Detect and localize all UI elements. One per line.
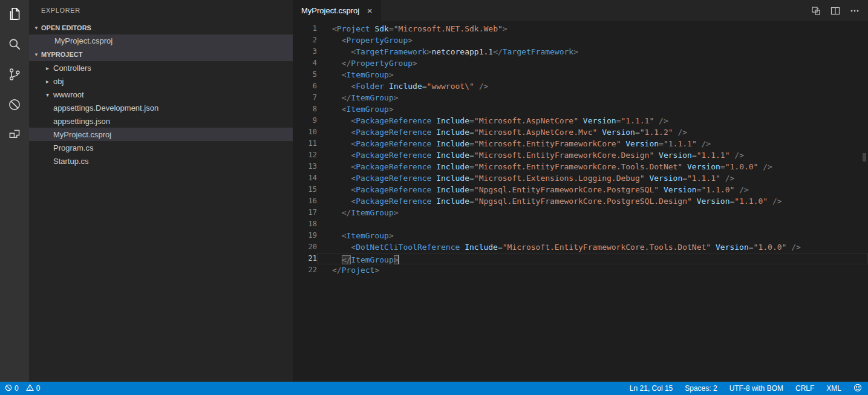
code-line-21[interactable]: 21 </ItemGroup> [293,253,868,264]
line-content: <PackageReference Include="Microsoft.Ent… [317,161,868,172]
code-line-4[interactable]: 4 </PropertyGroup> [293,57,868,69]
code-editor[interactable]: 1<Project Sdk="Microsoft.NET.Sdk.Web">2 … [293,21,868,382]
chevron-down-icon: ▼ [34,25,41,31]
indentation-setting[interactable]: Spaces: 2 [685,384,717,393]
line-content: <ItemGroup> [317,230,868,241]
code-line-1[interactable]: 1<Project Sdk="Microsoft.NET.Sdk.Web"> [293,23,868,34]
line-content [317,218,868,230]
tab-label: MyProject.csproj [301,6,359,15]
activity-bar-extensions[interactable] [0,121,29,151]
tree-item-wwwroot[interactable]: ▾wwwroot [29,88,293,101]
line-content: <PackageReference Include="Microsoft.Asp… [317,115,868,126]
line-number[interactable]: 7 [293,92,317,103]
line-number[interactable]: 3 [293,46,317,57]
line-content: </ItemGroup> [317,253,868,264]
line-number[interactable]: 5 [293,69,317,80]
eol-setting[interactable]: CRLF [795,384,814,393]
tree-item-label: Controllers [53,64,91,73]
tab-myproject-csproj[interactable]: MyProject.csproj × [293,0,381,21]
line-number[interactable]: 12 [293,149,317,161]
tree-item-label: obj [53,77,64,86]
extensions-icon [7,127,22,145]
line-content: <Project Sdk="Microsoft.NET.Sdk.Web"> [317,23,868,34]
activity-bar-explorer[interactable] [0,0,29,30]
code-line-5[interactable]: 5 <ItemGroup> [293,69,868,80]
tree-item-obj[interactable]: ▸obj [29,74,293,88]
line-number[interactable]: 20 [293,241,317,253]
code-line-6[interactable]: 6 <Folder Include="wwwroot\" /> [293,80,868,92]
line-number[interactable]: 4 [293,57,317,69]
code-line-13[interactable]: 13 <PackageReference Include="Microsoft.… [293,161,868,172]
line-number[interactable]: 16 [293,195,317,207]
encoding-setting[interactable]: UTF-8 with BOM [729,384,783,393]
line-number[interactable]: 15 [293,184,317,195]
code-line-22[interactable]: 22</Project> [293,264,868,276]
code-line-9[interactable]: 9 <PackageReference Include="Microsoft.A… [293,115,868,126]
line-number[interactable]: 2 [293,34,317,46]
line-number[interactable]: 18 [293,218,317,230]
code-line-16[interactable]: 16 <PackageReference Include="Npgsql.Ent… [293,195,868,207]
line-content: <ItemGroup> [317,69,868,80]
project-section-header[interactable]: ▼ MYPROJECT [29,48,293,61]
open-editor-myproject-csproj[interactable]: MyProject.csproj [29,34,293,48]
more-actions-icon[interactable] [850,6,860,16]
code-line-2[interactable]: 2 <PropertyGroup> [293,34,868,46]
code-line-3[interactable]: 3 <TargetFramework>netcoreapp1.1</Target… [293,46,868,57]
line-content: <DotNetCliToolReference Include="Microso… [317,241,868,253]
line-content: <PackageReference Include="Npgsql.Entity… [317,184,868,195]
line-content: <PackageReference Include="Microsoft.Ent… [317,149,868,161]
code-line-18[interactable]: 18 [293,218,868,230]
tree-item-appsettings-development-json[interactable]: appsettings.Development.json [29,101,293,114]
files-icon [7,6,22,24]
text-cursor [399,255,400,264]
tree-item-label: Program.cs [53,143,93,152]
error-count[interactable]: 0 [5,384,19,393]
line-number[interactable]: 1 [293,23,317,34]
tree-item-myproject-csproj[interactable]: MyProject.csproj [29,128,293,141]
code-line-7[interactable]: 7 </ItemGroup> [293,92,868,103]
code-line-12[interactable]: 12 <PackageReference Include="Microsoft.… [293,149,868,161]
line-number[interactable]: 22 [293,264,317,276]
tree-item-appsettings-json[interactable]: appsettings.json [29,114,293,128]
search-icon [7,36,22,54]
line-content: <PackageReference Include="Microsoft.Asp… [317,126,868,138]
code-line-14[interactable]: 14 <PackageReference Include="Microsoft.… [293,172,868,184]
code-line-17[interactable]: 17 </ItemGroup> [293,207,868,218]
close-icon[interactable]: × [364,5,375,16]
line-content: </ItemGroup> [317,207,868,218]
open-editors-label: OPEN EDITORS [41,24,91,31]
tree-item-startup-cs[interactable]: Startup.cs [29,154,293,168]
activity-bar-debug[interactable] [0,91,29,121]
line-number[interactable]: 13 [293,161,317,172]
code-line-8[interactable]: 8 <ItemGroup> [293,103,868,115]
language-mode[interactable]: XML [826,384,841,393]
open-changes-icon[interactable] [811,6,821,16]
open-editors-header[interactable]: ▼ OPEN EDITORS [29,21,293,34]
tree-item-program-cs[interactable]: Program.cs [29,141,293,154]
line-number[interactable]: 17 [293,207,317,218]
line-number[interactable]: 9 [293,115,317,126]
tree-item-label: appsettings.Development.json [53,103,158,113]
code-line-10[interactable]: 10 <PackageReference Include="Microsoft.… [293,126,868,138]
code-line-11[interactable]: 11 <PackageReference Include="Microsoft.… [293,138,868,149]
tree-item-label: wwwroot [53,90,84,99]
line-number[interactable]: 8 [293,103,317,115]
line-number[interactable]: 6 [293,80,317,92]
warning-count[interactable]: 0 [26,384,41,393]
line-number[interactable]: 19 [293,230,317,241]
code-line-19[interactable]: 19 <ItemGroup> [293,230,868,241]
split-editor-icon[interactable] [830,6,840,16]
line-number[interactable]: 14 [293,172,317,184]
activity-bar-source-control[interactable] [0,60,29,91]
tree-item-controllers[interactable]: ▸Controllers [29,61,293,74]
line-number[interactable]: 11 [293,138,317,149]
status-bar: 0 0 Ln 21, Col 15 Spaces: 2 UTF-8 with B… [0,382,868,395]
code-line-20[interactable]: 20 <DotNetCliToolReference Include="Micr… [293,241,868,253]
feedback-smiley-icon[interactable] [853,384,862,394]
cursor-position[interactable]: Ln 21, Col 15 [630,384,673,393]
activity-bar-search[interactable] [0,30,29,60]
line-number[interactable]: 10 [293,126,317,138]
line-number[interactable]: 21 [293,253,317,264]
tree-item-label: appsettings.json [53,117,110,126]
code-line-15[interactable]: 15 <PackageReference Include="Npgsql.Ent… [293,184,868,195]
